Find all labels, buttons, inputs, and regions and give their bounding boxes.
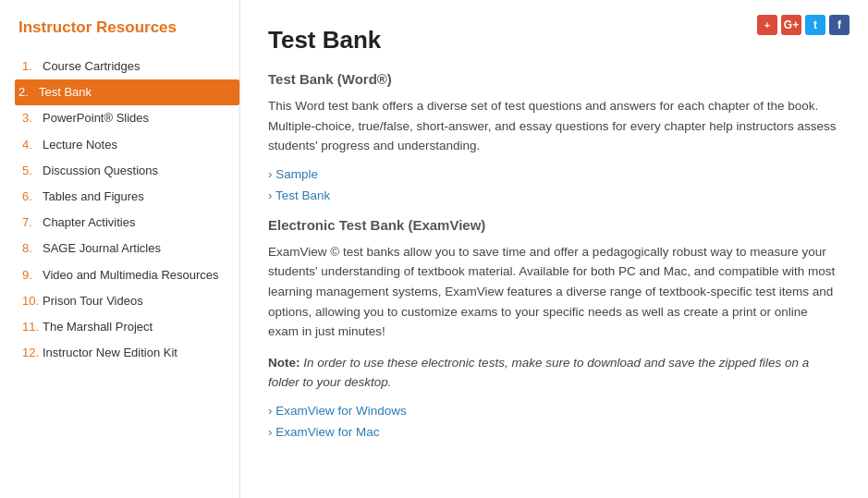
nav-label-9: Video and Multimedia Resources xyxy=(43,267,219,284)
nav-num-4: 4. xyxy=(22,137,43,152)
sidebar: Instructor Resources 1.Course Cartridges… xyxy=(0,0,240,498)
note-label: Note: xyxy=(268,356,300,370)
nav-label-7: Chapter Activities xyxy=(43,214,135,231)
nav-item-5[interactable]: 5.Discussion Questions xyxy=(18,158,239,184)
twitter-icon[interactable]: t xyxy=(805,15,825,35)
nav-num-1: 1. xyxy=(22,58,43,73)
nav-num-2: 2. xyxy=(18,84,39,99)
section-word: Test Bank (Word®) This Word test bank of… xyxy=(268,71,840,202)
nav-list: 1.Course Cartridges2.Test Bank3.PowerPoi… xyxy=(18,54,239,366)
nav-num-3: 3. xyxy=(22,110,43,125)
nav-label-11: The Marshall Project xyxy=(43,319,153,335)
note-body: In order to use these electronic tests, … xyxy=(268,356,809,390)
facebook-icon[interactable]: f xyxy=(829,15,850,35)
nav-item-11[interactable]: 11.The Marshall Project xyxy=(18,314,239,340)
google-icon[interactable]: G+ xyxy=(781,15,801,35)
section-word-heading: Test Bank (Word®) xyxy=(268,71,840,87)
nav-num-12: 12. xyxy=(22,345,43,359)
nav-item-4[interactable]: 4.Lecture Notes xyxy=(18,132,239,158)
section-examview-note: Note: In order to use these electronic t… xyxy=(268,353,840,393)
nav-num-11: 11. xyxy=(22,319,43,334)
nav-num-8: 8. xyxy=(22,240,43,255)
nav-num-6: 6. xyxy=(22,188,43,203)
nav-num-9: 9. xyxy=(22,267,43,282)
nav-label-3: PowerPoint® Slides xyxy=(43,110,149,127)
section-examview-heading: Electronic Test Bank (ExamView) xyxy=(268,217,840,233)
nav-label-10: Prison Tour Videos xyxy=(43,293,143,310)
nav-item-10[interactable]: 10.Prison Tour Videos xyxy=(18,288,239,314)
nav-num-10: 10. xyxy=(22,293,43,308)
social-bar: +G+tf xyxy=(757,15,850,35)
nav-num-5: 5. xyxy=(22,163,43,177)
nav-item-2[interactable]: 2.Test Bank xyxy=(15,79,239,105)
nav-item-8[interactable]: 8.SAGE Journal Articles xyxy=(18,236,239,261)
section-examview: Electronic Test Bank (ExamView) ExamView… xyxy=(268,217,840,439)
nav-item-1[interactable]: 1.Course Cartridges xyxy=(18,54,239,79)
nav-item-3[interactable]: 3.PowerPoint® Slides xyxy=(18,105,239,131)
nav-item-9[interactable]: 9.Video and Multimedia Resources xyxy=(18,262,239,288)
main-content: +G+tf Test Bank Test Bank (Word®) This W… xyxy=(240,0,868,498)
section-examview-body: ExamView © test banks allow you to save … xyxy=(268,242,840,342)
nav-label-6: Tables and Figures xyxy=(43,188,144,205)
nav-item-7[interactable]: 7.Chapter Activities xyxy=(18,210,239,236)
examview-windows-link[interactable]: › ExamView for Windows xyxy=(268,404,840,418)
sample-link[interactable]: › Sample xyxy=(268,167,840,181)
nav-label-2: Test Bank xyxy=(39,84,92,101)
nav-label-4: Lecture Notes xyxy=(43,137,117,153)
nav-label-1: Course Cartridges xyxy=(43,58,141,75)
nav-num-7: 7. xyxy=(22,214,43,229)
page-title: Test Bank xyxy=(268,26,840,55)
examview-mac-link[interactable]: › ExamView for Mac xyxy=(268,425,840,439)
nav-item-6[interactable]: 6.Tables and Figures xyxy=(18,184,239,210)
google-plus-icon[interactable]: + xyxy=(757,15,777,35)
test-bank-link[interactable]: › Test Bank xyxy=(268,188,840,202)
nav-item-12[interactable]: 12.Instructor New Edition Kit xyxy=(18,340,239,366)
sidebar-title: Instructor Resources xyxy=(18,18,239,37)
section-word-body: This Word test bank offers a diverse set… xyxy=(268,96,840,156)
nav-label-5: Discussion Questions xyxy=(43,163,158,179)
nav-label-8: SAGE Journal Articles xyxy=(43,240,161,257)
nav-label-12: Instructor New Edition Kit xyxy=(43,345,177,361)
